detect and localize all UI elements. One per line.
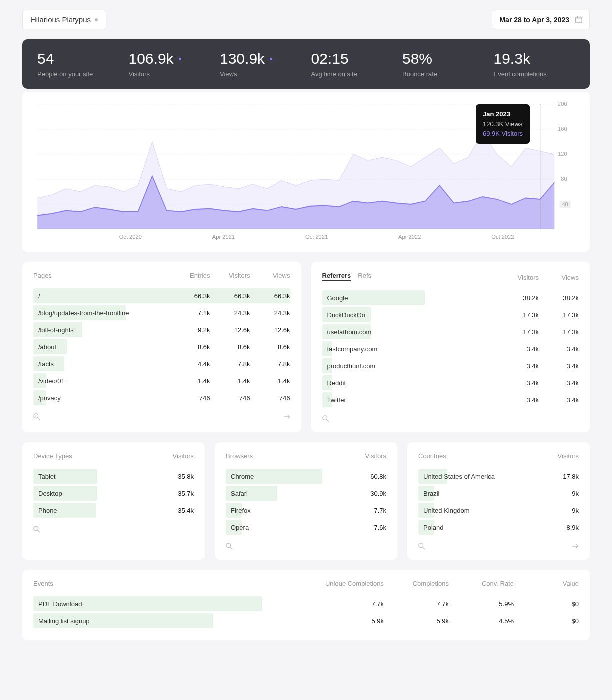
row-values: 35.7k	[169, 490, 194, 498]
table-row[interactable]: usefathom.com17.3k17.3k	[322, 324, 579, 340]
row-values: 3.4k3.4k	[514, 380, 579, 387]
row-label: Brazil	[418, 490, 554, 498]
row-values: 17.8k	[554, 473, 579, 480]
table-row[interactable]: Firefox7.7k	[226, 503, 386, 518]
row-values: 17.3k17.3k	[514, 328, 579, 336]
stat-item[interactable]: 130.9kViews	[220, 50, 301, 78]
row-values: 9k	[554, 490, 579, 498]
search-icon[interactable]	[33, 414, 40, 420]
row-values: 66.3k66.3k66.3k	[185, 292, 290, 300]
svg-line-26	[326, 420, 328, 422]
table-row[interactable]: fastcompany.com3.4k3.4k	[322, 342, 579, 356]
table-row[interactable]: /blog/updates-from-the-frontline7.1k24.3…	[33, 306, 290, 320]
row-label: /about	[33, 344, 185, 351]
referrers-card: Referrers Refs VisitorsViews Google38.2k…	[311, 262, 590, 432]
stat-item[interactable]: 54People on your site	[37, 50, 119, 78]
svg-text:Oct 2022: Oct 2022	[491, 234, 514, 240]
arrow-right-icon[interactable]	[572, 543, 579, 550]
stat-value: 02:15	[311, 50, 349, 68]
table-row[interactable]: /bill-of-rights9.2k12.6k12.6k	[33, 322, 290, 338]
table-row[interactable]: Twitter3.4k3.4k	[322, 392, 579, 408]
pages-title: Pages	[33, 272, 52, 280]
table-row[interactable]: /about8.6k8.6k8.6k	[33, 340, 290, 354]
stat-label: People on your site	[37, 70, 119, 78]
row-label: Mailing list signup	[33, 618, 334, 625]
search-icon[interactable]	[322, 416, 329, 422]
row-label: United Kingdom	[418, 507, 554, 514]
stat-label: Bounce rate	[402, 70, 484, 78]
row-values: 4.4k7.8k7.8k	[185, 360, 290, 368]
stat-item[interactable]: 58%Bounce rate	[402, 50, 484, 78]
row-label: Firefox	[226, 507, 361, 514]
status-dot	[95, 18, 98, 22]
table-row[interactable]: Reddit3.4k3.4k	[322, 376, 579, 390]
main-chart-card: 408012016020040Oct 2020Apr 2021Oct 2021A…	[22, 92, 590, 252]
table-row[interactable]: Mailing list signup5.9k5.9k4.5%$0	[33, 614, 579, 628]
table-row[interactable]: Safari30.9k	[226, 486, 386, 501]
search-icon[interactable]	[33, 526, 40, 533]
col-header: Visitors	[225, 272, 250, 280]
devices-card: Device Types Visitors Tablet35.8kDesktop…	[22, 442, 205, 560]
table-row[interactable]: DuckDuckGo17.3k17.3k	[322, 308, 579, 322]
table-row[interactable]: /privacy746746746	[33, 390, 290, 406]
row-values: 8.9k	[554, 524, 579, 532]
table-row[interactable]: Chrome60.8k	[226, 469, 386, 484]
search-icon[interactable]	[226, 543, 233, 550]
site-name: Hilarious Platypus	[31, 16, 91, 24]
row-values: 7.6k	[361, 524, 386, 532]
svg-text:120: 120	[558, 151, 567, 157]
search-icon[interactable]	[418, 543, 425, 550]
tooltip-date: Jan 2023	[483, 110, 523, 120]
svg-point-31	[419, 544, 423, 548]
svg-text:200: 200	[558, 102, 567, 107]
row-label: PDF Download	[33, 600, 334, 608]
svg-line-32	[423, 548, 425, 550]
stat-item[interactable]: 02:15Avg time on site	[311, 50, 393, 78]
row-values: 7.7k	[361, 507, 386, 514]
col-header: Visitors	[554, 452, 579, 460]
table-row[interactable]: /video/011.4k1.4k1.4k	[33, 374, 290, 388]
col-header: Visitors	[169, 452, 194, 460]
col-header: Views	[554, 274, 579, 282]
tooltip-views: 120.3K Views	[483, 120, 523, 130]
row-values: 8.6k8.6k8.6k	[185, 344, 290, 351]
svg-text:40: 40	[562, 202, 568, 208]
table-row[interactable]: producthunt.com3.4k3.4k	[322, 358, 579, 374]
row-label: Google	[322, 294, 514, 302]
table-row[interactable]: /facts4.4k7.8k7.8k	[33, 356, 290, 372]
tab-referrers[interactable]: Referrers	[322, 272, 351, 282]
table-row[interactable]: Poland8.9k	[418, 520, 579, 535]
arrow-right-icon[interactable]	[283, 414, 290, 420]
table-row[interactable]: Opera7.6k	[226, 520, 386, 535]
table-row[interactable]: /66.3k66.3k66.3k	[33, 288, 290, 304]
row-label: Reddit	[322, 380, 514, 387]
browsers-title: Browsers	[226, 452, 253, 460]
svg-point-29	[226, 544, 231, 548]
tab-refs[interactable]: Refs	[358, 272, 371, 282]
col-header: Conv. Rate	[464, 580, 514, 588]
table-row[interactable]: PDF Download7.7k7.7k5.9%$0	[33, 596, 579, 612]
events-title: Events	[33, 580, 53, 588]
table-row[interactable]: United Kingdom9k	[418, 503, 579, 518]
tooltip-visitors: 69.9K Visitors	[483, 129, 523, 139]
stat-dot	[179, 58, 181, 60]
svg-line-30	[230, 548, 232, 550]
date-range-picker[interactable]: Mar 28 to Apr 3, 2023	[492, 10, 590, 30]
col-header: Views	[265, 272, 290, 280]
row-values: 9.2k12.6k12.6k	[185, 326, 290, 334]
row-label: /facts	[33, 360, 185, 368]
table-row[interactable]: Google38.2k38.2k	[322, 290, 579, 306]
stat-item[interactable]: 106.9kVisitors	[129, 50, 210, 78]
site-selector[interactable]: Hilarious Platypus	[22, 10, 106, 30]
table-row[interactable]: Brazil9k	[418, 486, 579, 501]
countries-title: Countries	[418, 452, 446, 460]
stat-item[interactable]: 19.3kEvent completions	[494, 50, 575, 78]
stat-value: 19.3k	[494, 50, 530, 68]
row-label: /	[33, 292, 185, 300]
col-header: Unique Completions	[325, 580, 384, 588]
table-row[interactable]: Phone35.4k	[33, 503, 194, 518]
table-row[interactable]: Tablet35.8k	[33, 469, 194, 484]
svg-text:Apr 2021: Apr 2021	[212, 234, 235, 240]
table-row[interactable]: United States of America17.8k	[418, 469, 579, 484]
table-row[interactable]: Desktop35.7k	[33, 486, 194, 501]
